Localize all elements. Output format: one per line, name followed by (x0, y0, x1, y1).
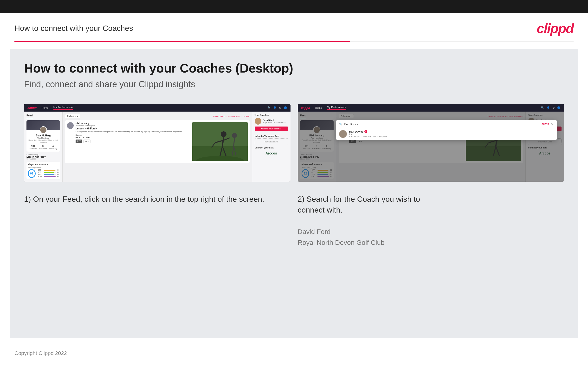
perf-title-2: Player Performance (302, 163, 332, 166)
top-bar (0, 0, 588, 13)
feed-controls: Following ▾ Control who can see your act… (65, 114, 250, 118)
following-btn[interactable]: Following ▾ (65, 114, 80, 118)
avatar-icon[interactable]: 🔵 (284, 106, 287, 110)
david-ford-club: Royal North Devon Golf Club (298, 239, 385, 246)
app-logo-2: clippd (301, 106, 310, 110)
result-sub2: Sunningdale Golf Club, United Kingdom (349, 135, 387, 138)
step-2-line1: 2) Search for the Coach you wish to (298, 195, 420, 203)
user-icon-2[interactable]: 👤 (547, 106, 550, 110)
profile-avatar (40, 126, 47, 134)
latest-activity-box: Latest Activity Lesson with Fordy 03 Aug… (26, 154, 60, 160)
result-name: Dan Davies (349, 130, 387, 133)
section-heading: How to connect with your Coaches (Deskto… (24, 61, 564, 75)
step-1-text: 1) On your Feed, click on the search ico… (24, 194, 290, 248)
footer: Copyright Clippd 2022 (0, 345, 588, 361)
activity-duration-val: 01 hr : 30 min (76, 136, 190, 138)
manage-coaches-button[interactable]: Manage Your Coaches (255, 127, 288, 131)
right-panel-1: Your Coaches David Ford Royal North Devo… (252, 111, 290, 182)
search-input[interactable]: Dan Davies (344, 123, 540, 126)
profile-stats-2: 131Activities 3Followers 4Following (302, 145, 332, 150)
screenshot-1: clippd Home My Performance 🔍 👤 ⚙ 🔵 Feed (24, 104, 290, 182)
app-body-1: Feed Blair McHarg Plus Handicap Royal No… (24, 111, 290, 182)
coach-name: David Ford (263, 119, 286, 121)
arccos-logo-2: Arccos (528, 150, 562, 157)
coaches-title: Your Coaches (255, 114, 288, 116)
bar-ott: OTT 90 (38, 169, 59, 171)
search-icon-overlay: 🔍 (339, 123, 342, 126)
coach-item: David Ford Royal North Devon Golf Club (255, 118, 288, 125)
upload-title: Upload a Trackman Test (255, 135, 288, 137)
result-info: Dan Davies Pro Sunningdale Golf Club, Un… (349, 130, 387, 138)
coach-club: Royal North Devon Golf Club (263, 121, 286, 124)
arccos-logo: Arccos (255, 150, 288, 157)
activity-buttons: OTT APP (76, 139, 190, 143)
search-clear-button[interactable]: CLEAR (542, 123, 549, 125)
profile-cover (26, 120, 60, 130)
performance-box: Player Performance Total Player Quality … (26, 162, 60, 179)
settings-icon[interactable]: ⚙ (279, 106, 281, 110)
nav-icons: 🔍 👤 ⚙ 🔵 (267, 106, 287, 110)
profile-name: Blair McHarg (28, 134, 58, 137)
profile-club: Royal North Devon Golf Club, United King… (28, 139, 58, 143)
feed-main-1: Following ▾ Control who can see your act… (62, 111, 252, 182)
result-sub1: Pro (349, 133, 387, 135)
activity-details: Blair McHarg Yesterday · Sunningdale Les… (76, 122, 190, 161)
svg-point-10 (232, 133, 237, 138)
coach-avatar (255, 118, 261, 125)
verified-badge (364, 130, 367, 133)
activity-duration: Duration (76, 134, 190, 136)
profile-card-2: Blair McHarg Plus Handicap Royal North D… (300, 120, 333, 152)
header: How to connect with your Coaches clippd (0, 13, 588, 41)
profile-hcp-2: Plus Handicap (302, 137, 332, 139)
search-icon-2[interactable]: 🔍 (541, 106, 544, 110)
nav-my-performance-2[interactable]: My Performance (327, 106, 346, 110)
result-avatar (339, 130, 347, 138)
profile-cover-2 (300, 120, 333, 130)
latest-activity-title: Lesson with Fordy (26, 156, 60, 158)
header-divider (14, 41, 574, 42)
activity-card-1: Blair McHarg Yesterday · Sunningdale Les… (65, 120, 250, 163)
control-link[interactable]: Control who can see your activity and da… (213, 115, 250, 117)
connect-title: Connect your data (255, 147, 288, 149)
bar-putt: PUTT 96 (38, 176, 59, 177)
latest-activity-date: 03 Aug 2022 (26, 158, 60, 160)
search-icon[interactable]: 🔍 (267, 106, 271, 110)
settings-icon-2[interactable]: ⚙ (552, 106, 555, 110)
section-subheading: Find, connect and share your Clippd insi… (24, 79, 564, 89)
stat-following: 4Following (49, 145, 57, 150)
latest-date-2: 03 Aug 2022 (300, 158, 333, 160)
perf-bars: OTT 90 APP 85 (38, 169, 59, 178)
nav-my-performance[interactable]: My Performance (53, 106, 73, 110)
off-btn[interactable]: OTT (76, 139, 82, 143)
app-btn[interactable]: APP (83, 139, 90, 143)
user-icon[interactable]: 👤 (273, 106, 277, 110)
activity-sub: Yesterday · Sunningdale (76, 125, 190, 127)
latest-title-2: Lesson with Fordy (300, 156, 333, 158)
search-bar-top: 🔍 Dan Davies CLEAR ✕ (336, 120, 557, 128)
stat-activities: 131Activities (29, 145, 37, 150)
left-panel-1: Feed Blair McHarg Plus Handicap Royal No… (24, 111, 62, 182)
search-result-item[interactable]: Dan Davies Pro Sunningdale Golf Club, Un… (336, 128, 557, 140)
nav-home[interactable]: Home (41, 106, 48, 109)
connect-section-2: Connect your data Arccos (528, 147, 562, 157)
nav-icons-2: 🔍 👤 ⚙ 🔵 (541, 106, 561, 110)
perf-bars-2: OTT90 APP85 ARG86 PUTT96 (311, 169, 332, 178)
activity-btns-2: OTT APP (349, 139, 464, 143)
quality-circle-2: 92 (302, 169, 309, 178)
app-logo-1: clippd (27, 106, 37, 110)
step-2-detail: David Ford Royal North Devon Golf Club (298, 228, 385, 246)
trackman-link-box: Trackman Link (255, 138, 288, 145)
svg-rect-15 (466, 146, 521, 161)
quality-circle: 92 (28, 169, 36, 178)
perf-quality-row: 92 OTT 90 APP (28, 169, 59, 178)
latest-activity-2: Latest Activity Lesson with Fordy 03 Aug… (300, 154, 333, 160)
nav-home-2[interactable]: Home (315, 106, 322, 109)
feed-tab[interactable]: Feed (26, 114, 33, 118)
activity-desc: Looking to feel like my hands are exitin… (76, 131, 190, 133)
stat-followers: 3Followers (39, 145, 47, 150)
app-btn-2: APP (357, 139, 364, 143)
search-close-button[interactable]: ✕ (551, 122, 554, 126)
profile-club-2: Royal North Devon Golf Club, United King… (302, 139, 332, 143)
clippd-logo: clippd (537, 20, 574, 36)
avatar-icon-2[interactable]: 🔵 (557, 106, 561, 110)
